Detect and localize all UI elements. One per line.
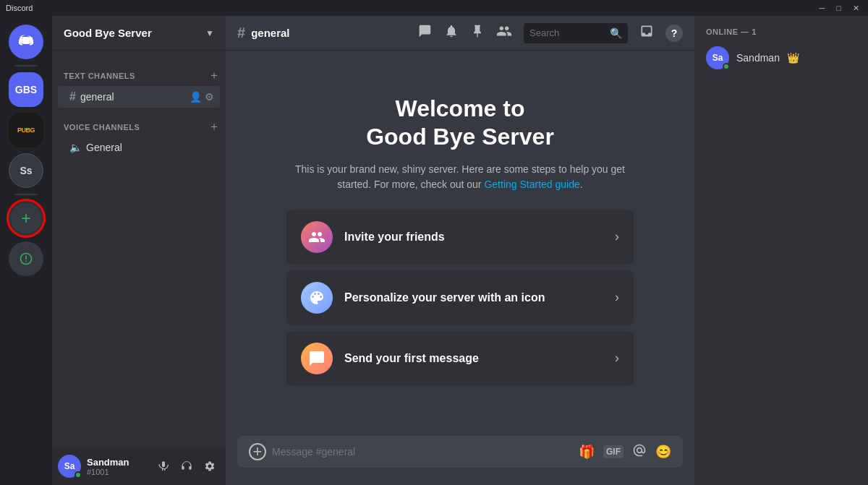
personalize-icon <box>301 282 333 314</box>
speaker-icon: 🔈 <box>69 142 82 153</box>
titlebar: Discord ─ □ ✕ <box>0 0 868 16</box>
channel-icons: 👤 ⚙ <box>190 91 214 103</box>
action-card-personalize[interactable]: Personalize your server with an icon › <box>286 270 634 325</box>
message-input[interactable] <box>272 439 573 465</box>
channel-list: TEXT CHANNELS ＋ # general 👤 ⚙ VOICE CHAN… <box>52 51 226 447</box>
welcome-title: Welcome toGood Bye Server <box>286 95 634 150</box>
attach-file-button[interactable]: + <box>249 443 266 460</box>
user-avatar: Sa <box>58 455 81 478</box>
member-avatar-label: Sa <box>712 53 723 63</box>
chat-header-right: Search 🔍 ? <box>417 23 683 43</box>
user-status-indicator <box>75 471 82 478</box>
server-icon-pubg-label: PUBG <box>17 126 35 134</box>
user-discriminator: #1001 <box>87 468 148 476</box>
titlebar-title: Discord <box>6 4 33 12</box>
sticker-icon[interactable] <box>632 443 647 461</box>
search-bar[interactable]: Search 🔍 <box>524 23 628 43</box>
search-icon: 🔍 <box>610 27 622 39</box>
server-list: GBS PUBG Ss + <box>0 16 52 485</box>
gift-icon[interactable]: 🎁 <box>579 444 595 460</box>
chat-header-left: # general <box>237 25 289 41</box>
send-message-icon <box>301 343 333 374</box>
settings-icon[interactable]: ⚙ <box>205 91 214 103</box>
text-channels-category[interactable]: TEXT CHANNELS ＋ <box>52 56 226 86</box>
invite-chevron-icon: › <box>615 229 619 244</box>
add-icon: + <box>21 208 31 228</box>
channel-hash-icon: # <box>69 90 76 103</box>
add-voice-channel-button[interactable]: ＋ <box>208 119 220 134</box>
channel-name-general: general <box>80 91 185 103</box>
pin-icon[interactable] <box>470 24 485 42</box>
text-channels-label: TEXT CHANNELS <box>64 72 135 80</box>
server-icon-pubg[interactable]: PUBG <box>9 113 43 147</box>
voice-channels-label: VOICE CHANNELS <box>64 123 140 132</box>
user-avatar-label: Sa <box>64 461 75 471</box>
threads-icon[interactable] <box>417 23 433 43</box>
gif-button[interactable]: GIF <box>603 445 624 458</box>
member-status-indicator <box>723 63 730 70</box>
main-content: # general Search 🔍 <box>226 16 694 485</box>
personalize-chevron-icon: › <box>615 290 619 305</box>
send-first-message-label: Send your first message <box>344 352 603 365</box>
online-section-title: ONLINE — 1 <box>700 27 862 36</box>
chat-input-actions: 🎁 GIF 😊 <box>579 443 671 461</box>
welcome-container: Welcome toGood Bye Server This is your b… <box>286 95 634 392</box>
mute-button[interactable] <box>153 456 174 476</box>
personalize-label: Personalize your server with an icon <box>344 291 603 304</box>
member-item-sandman[interactable]: Sa Sandman 👑 <box>700 42 862 74</box>
server-name: Good Bye Server <box>64 27 152 39</box>
maximize-button[interactable]: □ <box>833 4 844 13</box>
add-server-button[interactable]: + <box>9 201 43 236</box>
getting-started-link[interactable]: Getting Started guide <box>484 179 579 190</box>
minimize-button[interactable]: ─ <box>817 4 828 13</box>
channel-hash-header-icon: # <box>237 25 245 41</box>
chat-input-area: + 🎁 GIF 😊 <box>226 436 694 485</box>
server-icon-home[interactable] <box>9 25 43 59</box>
invite-friends-icon <box>301 221 333 253</box>
close-button[interactable]: ✕ <box>850 4 862 13</box>
member-badge-sandman: 👑 <box>787 52 799 64</box>
server-icon-gbs[interactable]: GBS <box>9 72 43 107</box>
action-card-message[interactable]: Send your first message › <box>286 331 634 386</box>
emoji-button[interactable]: 😊 <box>655 444 671 460</box>
help-icon[interactable]: ? <box>665 25 683 42</box>
user-name: Sandman <box>87 457 148 468</box>
server-divider-2 <box>14 194 38 195</box>
deafen-button[interactable] <box>176 456 197 476</box>
member-avatar-sandman: Sa <box>706 46 729 69</box>
chat-channel-name: general <box>251 27 289 39</box>
welcome-description: This is your brand new, shiny server. He… <box>286 162 634 192</box>
server-icon-ss-label: Ss <box>20 165 32 176</box>
user-area: Sa Sandman #1001 <box>52 447 226 485</box>
user-settings-button[interactable] <box>200 456 220 476</box>
add-text-channel-button[interactable]: ＋ <box>208 68 220 83</box>
server-icon-gbs-label: GBS <box>15 84 37 95</box>
server-divider <box>14 65 38 66</box>
notification-bell-icon[interactable] <box>444 24 459 42</box>
channel-name-voice-general: General <box>86 142 214 153</box>
server-icon-ss[interactable]: Ss <box>9 153 43 188</box>
inbox-icon[interactable] <box>639 24 654 42</box>
message-chevron-icon: › <box>615 351 619 366</box>
channel-item-voice-general[interactable]: 🔈 General <box>58 137 220 158</box>
members-sidebar: ONLINE — 1 Sa Sandman 👑 <box>694 16 868 485</box>
chevron-down-icon: ▼ <box>205 28 214 38</box>
invite-friends-label: Invite your friends <box>344 231 603 244</box>
voice-channels-category[interactable]: VOICE CHANNELS ＋ <box>52 108 226 137</box>
server-name-welcome: Good Bye Server <box>366 124 554 150</box>
titlebar-controls: ─ □ ✕ <box>817 4 862 13</box>
members-icon[interactable] <box>496 23 512 43</box>
user-info: Sandman #1001 <box>87 457 148 476</box>
chat-header: # general Search 🔍 <box>226 16 694 51</box>
add-member-icon[interactable]: 👤 <box>190 91 202 103</box>
user-controls <box>153 456 220 476</box>
search-placeholder: Search <box>529 27 607 38</box>
action-card-invite[interactable]: Invite your friends › <box>286 210 634 265</box>
discover-servers-button[interactable] <box>9 241 43 276</box>
app-body: GBS PUBG Ss + Good Bye Server ▼ TEXT CHA… <box>0 16 868 485</box>
chat-messages-area: Welcome toGood Bye Server This is your b… <box>226 51 694 436</box>
server-header[interactable]: Good Bye Server ▼ <box>52 16 226 51</box>
chat-input-wrapper: + 🎁 GIF 😊 <box>237 436 683 468</box>
channel-item-general[interactable]: # general 👤 ⚙ <box>58 86 220 108</box>
channel-sidebar: Good Bye Server ▼ TEXT CHANNELS ＋ # gene… <box>52 16 226 485</box>
